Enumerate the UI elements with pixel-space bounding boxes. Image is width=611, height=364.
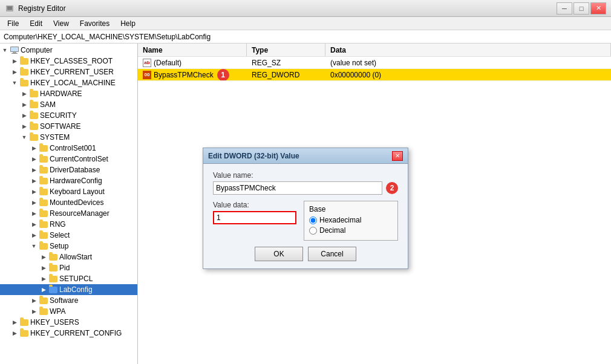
hexadecimal-radio[interactable] [309,216,317,224]
base-title: Base [309,205,393,213]
tree-item-hardware[interactable]: ▶ HARDWARE [0,88,137,99]
value-data-input[interactable] [213,211,296,224]
tree-item-sam[interactable]: ▶ SAM [0,99,137,110]
col-header-type: Type [247,44,325,56]
decimal-label: Decimal [319,226,345,235]
window-title: Registry Editor [18,4,66,13]
dialog-title: Edit DWORD (32-bit) Value [208,152,299,160]
tree-item-select[interactable]: ▶ Select [0,230,137,241]
base-box: Base Hexadecimal Decimal [304,201,398,241]
menu-help[interactable]: Help [116,18,140,29]
tree-item-hku[interactable]: ▶ HKEY_USERS [0,317,137,328]
tree-item-keyboardlayout[interactable]: ▶ Keyboard Layout [0,186,137,197]
tree-item-currentcontrolset[interactable]: ▶ CurrentControlSet [0,154,137,164]
detail-header: Name Type Data [138,44,611,57]
reg-sz-icon: ab [143,59,151,67]
value-name-input[interactable] [213,181,382,195]
entry-type-bypass: REG_DWORD [247,69,325,80]
entry-data-bypass: 0x00000000 (0) [325,69,611,80]
menu-favorites[interactable]: Favorites [75,18,114,29]
step-badge-2: 2 [386,182,398,194]
col-header-data: Data [325,44,611,56]
table-row[interactable]: 00 BypassTPMCheck 1 REG_DWORD 0x00000000… [138,69,611,81]
cancel-button[interactable]: Cancel [308,247,356,261]
maximize-button[interactable]: □ [573,2,589,15]
entry-name-default: (Default) [154,59,181,67]
entry-name-bypass: BypassTPMCheck [154,71,214,79]
entry-data-default: (value not set) [325,57,611,68]
step-badge-1: 1 [217,69,229,80]
tree-item-setupcl[interactable]: ▶ SETUPCL [0,273,137,284]
tree-item-labconfig[interactable]: ▶ LabConfig [0,284,137,295]
tree-item-hklm[interactable]: ▼ HKEY_LOCAL_MACHINE [0,77,137,88]
toggle-computer[interactable]: ▼ [0,47,10,53]
tree-item-driverdatabase[interactable]: ▶ DriverDatabase [0,164,137,175]
address-path: Computer\HKEY_LOCAL_MACHINE\SYSTEM\Setup… [4,33,211,41]
tree-item-software2[interactable]: ▶ Software [0,295,137,306]
tree-panel: ▼ Computer ▶ HKEY_CLASSES_ROOT ▶ HKEY_CU… [0,44,138,364]
tree-item-controlset001[interactable]: ▶ ControlSet001 [0,143,137,154]
dialog-buttons: OK Cancel [213,247,398,261]
tree-item-hkcr[interactable]: ▶ HKEY_CLASSES_ROOT [0,56,137,67]
svg-rect-4 [11,47,18,51]
tree-item-wpa[interactable]: ▶ WPA [0,306,137,317]
tree-item-hardwareconfig[interactable]: ▶ HardwareConfig [0,175,137,186]
value-data-label: Value data: [213,201,296,209]
tree-item-hkcu[interactable]: ▶ HKEY_CURRENT_USER [0,67,137,77]
menu-bar: File Edit View Favorites Help [0,17,611,30]
edit-dword-dialog: Edit DWORD (32-bit) Value ✕ Value name: … [203,148,408,269]
dialog-title-bar: Edit DWORD (32-bit) Value ✕ [203,148,408,164]
entry-type-default: REG_SZ [247,57,325,68]
tree-item-allowstart[interactable]: ▶ AllowStart [0,252,137,262]
tree-item-rng[interactable]: ▶ RNG [0,219,137,230]
tree-item-security[interactable]: ▶ SECURITY [0,110,137,121]
tree-item-resourcemanager[interactable]: ▶ ResourceManager [0,208,137,219]
address-bar: Computer\HKEY_LOCAL_MACHINE\SYSTEM\Setup… [0,30,611,44]
value-data-box: Value data: [213,201,296,241]
decimal-radio[interactable] [309,227,317,235]
registry-icon [5,4,15,13]
menu-file[interactable]: File [2,18,24,29]
hexadecimal-label: Hexadecimal [319,216,361,224]
reg-dword-icon: 00 [143,71,151,79]
computer-icon [10,46,19,54]
tree-label-hkcu: HKEY_CURRENT_USER [30,68,114,76]
menu-view[interactable]: View [48,18,74,29]
tree-label-hklm: HKEY_LOCAL_MACHINE [30,79,116,87]
svg-rect-5 [13,52,16,53]
svg-rect-6 [11,53,18,54]
svg-rect-2 [7,8,12,10]
tree-item-software[interactable]: ▶ SOFTWARE [0,121,137,132]
tree-item-pid[interactable]: ▶ Pid [0,262,137,273]
tree-item-computer[interactable]: ▼ Computer [0,45,137,56]
dialog-close-button[interactable]: ✕ [392,151,403,161]
tree-label-computer: Computer [21,46,53,54]
menu-edit[interactable]: Edit [25,18,47,29]
tree-item-setup[interactable]: ▼ Setup [0,241,137,252]
dialog-body: Value name: 2 Value data: Base [203,164,408,268]
minimize-button[interactable]: ─ [557,2,572,15]
tree-item-mounteddevices[interactable]: ▶ MountedDevices [0,197,137,208]
title-bar: Registry Editor ─ □ ✕ [0,0,611,17]
col-header-name: Name [138,44,247,56]
close-button[interactable]: ✕ [590,2,606,15]
value-name-label: Value name: [213,171,398,180]
ok-button[interactable]: OK [255,247,303,261]
svg-rect-1 [7,7,12,8]
main-content: ▼ Computer ▶ HKEY_CLASSES_ROOT ▶ HKEY_CU… [0,44,611,364]
tree-item-system[interactable]: ▼ SYSTEM [0,132,137,143]
tree-item-hkcc[interactable]: ▶ HKEY_CURRENT_CONFIG [0,328,137,339]
table-row[interactable]: ab (Default) REG_SZ (value not set) [138,57,611,69]
tree-label-hkcr: HKEY_CLASSES_ROOT [30,57,113,65]
